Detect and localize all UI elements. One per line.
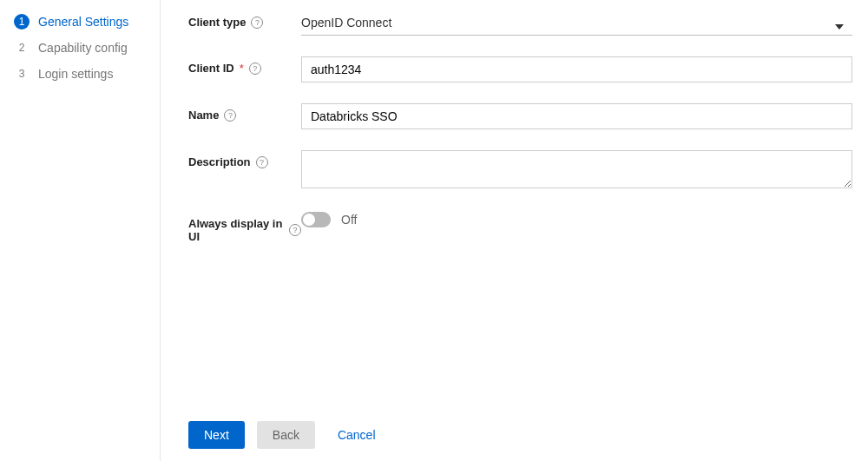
wizard-sidebar: 1 General Settings 2 Capability config 3… (0, 0, 161, 461)
name-input[interactable] (301, 103, 852, 129)
cancel-button[interactable]: Cancel (327, 421, 386, 449)
client-type-select[interactable]: OpenID Connect (301, 10, 852, 36)
wizard-footer: Next Back Cancel (188, 409, 852, 461)
step-capability-config[interactable]: 2 Capability config (7, 35, 160, 61)
back-button[interactable]: Back (257, 421, 315, 449)
step-number-badge: 1 (14, 14, 30, 30)
client-id-label: Client ID (188, 62, 234, 75)
name-label: Name (188, 109, 219, 122)
field-row-client-type: Client type ? OpenID Connect (188, 10, 852, 36)
client-id-input[interactable] (301, 56, 852, 82)
help-icon[interactable]: ? (256, 156, 268, 168)
next-button[interactable]: Next (188, 421, 245, 449)
step-label: Capability config (38, 41, 128, 55)
step-number-badge: 2 (14, 40, 30, 56)
help-icon[interactable]: ? (251, 16, 263, 29)
step-number-badge: 3 (14, 66, 30, 82)
step-label: Login settings (38, 67, 113, 81)
help-icon[interactable]: ? (224, 109, 236, 122)
help-icon[interactable]: ? (249, 63, 261, 75)
field-row-always-display: Always display in UI ? Off (188, 212, 852, 243)
help-icon[interactable]: ? (289, 224, 301, 236)
description-textarea[interactable] (301, 150, 852, 188)
toggle-state-label: Off (341, 213, 357, 227)
field-row-client-id: Client ID * ? (188, 56, 852, 82)
required-indicator: * (240, 62, 244, 75)
field-row-name: Name ? (188, 103, 852, 129)
always-display-label: Always display in UI (188, 217, 284, 243)
description-label: Description (188, 155, 251, 168)
step-login-settings[interactable]: 3 Login settings (7, 61, 160, 87)
always-display-toggle[interactable] (301, 212, 331, 227)
step-label: General Settings (38, 15, 128, 29)
field-row-description: Description ? (188, 150, 852, 191)
step-general-settings[interactable]: 1 General Settings (7, 9, 160, 35)
main-panel: Client type ? OpenID Connect Client ID *… (161, 0, 868, 461)
client-type-label: Client type (188, 16, 246, 29)
toggle-knob (303, 214, 315, 226)
